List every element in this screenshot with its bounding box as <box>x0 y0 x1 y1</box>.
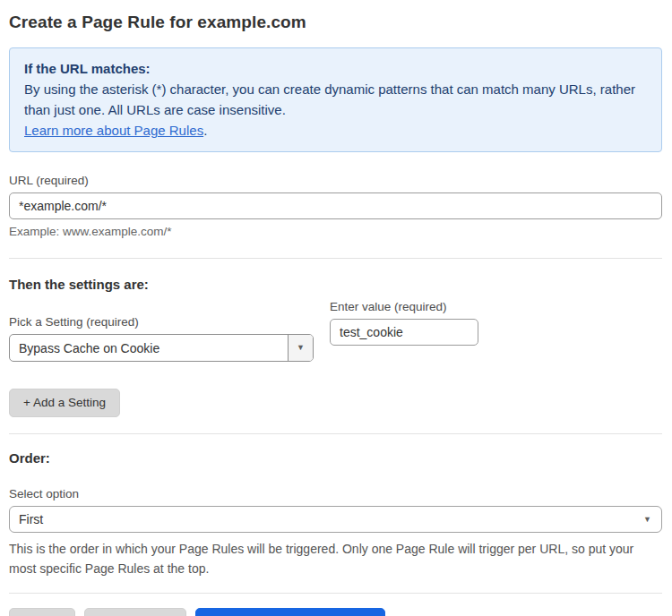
save-and-deploy-button[interactable]: Save and Deploy Page Rule <box>195 608 385 616</box>
link-suffix: . <box>203 123 207 138</box>
setting-dropdown[interactable]: Bypass Cache on Cookie ▼ <box>9 334 314 362</box>
order-select-value: First <box>19 512 43 526</box>
footer-actions: Cancel Save as Draft Save and Deploy Pag… <box>9 608 662 616</box>
setting-dropdown-button[interactable]: ▼ <box>288 335 313 361</box>
url-field-label: URL (required) <box>9 174 662 187</box>
pick-setting-column: Pick a Setting (required) Bypass Cache o… <box>9 294 314 362</box>
settings-section-heading: Then the settings are: <box>9 277 662 292</box>
url-example-helper: Example: www.example.com/* <box>9 225 662 238</box>
page-title: Create a Page Rule for example.com <box>9 13 662 32</box>
info-box-heading: If the URL matches: <box>24 58 647 79</box>
order-section-heading: Order: <box>9 450 662 466</box>
pick-setting-label: Pick a Setting (required) <box>9 315 314 329</box>
divider <box>9 593 662 594</box>
learn-more-link[interactable]: Learn more about Page Rules <box>24 123 203 138</box>
cancel-button[interactable]: Cancel <box>9 608 75 616</box>
order-helper-text: This is the order in which your Page Rul… <box>9 539 654 578</box>
create-page-rule-form: Create a Page Rule for example.com If th… <box>0 0 672 616</box>
divider <box>9 258 662 259</box>
info-box-link-line: Learn more about Page Rules. <box>24 120 647 141</box>
enter-value-column: Enter value (required) <box>330 300 478 346</box>
setting-value-input[interactable] <box>330 319 478 346</box>
select-option-label: Select option <box>9 487 662 500</box>
url-matches-info-box: If the URL matches: By using the asteris… <box>9 47 662 152</box>
enter-value-label: Enter value (required) <box>330 300 478 313</box>
save-as-draft-button[interactable]: Save as Draft <box>84 608 186 616</box>
url-input[interactable] <box>9 192 662 219</box>
chevron-down-icon: ▼ <box>297 344 305 352</box>
add-setting-button[interactable]: + Add a Setting <box>9 389 120 417</box>
setting-dropdown-value: Bypass Cache on Cookie <box>10 335 288 361</box>
info-box-body: By using the asterisk (*) character, you… <box>24 79 647 120</box>
chevron-down-icon: ▼ <box>643 515 651 523</box>
divider <box>9 433 662 434</box>
setting-row: Pick a Setting (required) Bypass Cache o… <box>9 294 662 362</box>
order-select[interactable]: First ▼ <box>9 506 662 533</box>
